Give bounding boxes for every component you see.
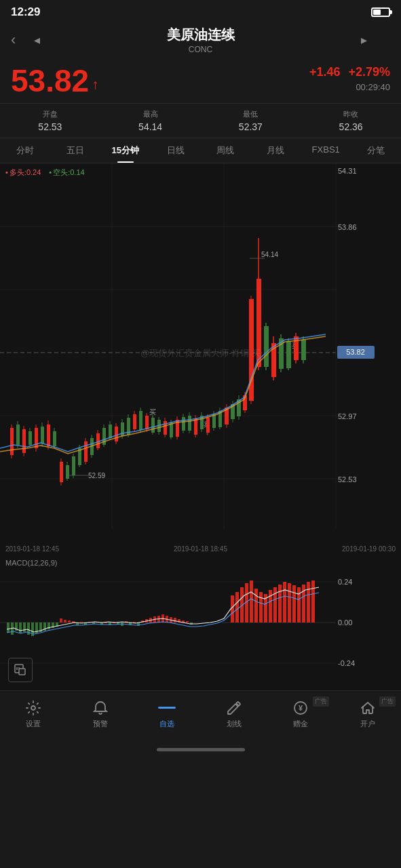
stat-high: 最高 54.14 xyxy=(100,109,201,132)
bottom-nav: 设置 预警 自选 划线 广告 xyxy=(0,690,401,745)
svg-rect-140 xyxy=(60,618,62,623)
chart-container[interactable]: 多头:0.24 空头:0.14 @现货外汇贵金属大师-肖铜 买 xyxy=(0,163,401,690)
yen-icon: ¥ xyxy=(292,699,309,717)
long-label: 多头:0.24 xyxy=(5,167,41,178)
macd-label: MACD(12,26,9) xyxy=(5,559,57,567)
svg-rect-174 xyxy=(235,592,239,623)
tab-weekly[interactable]: 周线 xyxy=(201,138,251,163)
instrument-code: CONC xyxy=(167,45,235,54)
svg-rect-168 xyxy=(174,618,176,623)
stat-open: 开盘 52.53 xyxy=(0,109,100,132)
svg-text:¥: ¥ xyxy=(299,704,303,712)
svg-rect-179 xyxy=(259,592,263,623)
bell-icon xyxy=(92,699,109,717)
short-label: 空头:0.14 xyxy=(49,167,84,178)
star-line-icon xyxy=(158,699,176,717)
svg-rect-127 xyxy=(7,623,9,633)
svg-rect-189 xyxy=(307,582,310,623)
svg-rect-190 xyxy=(311,580,315,623)
nav-bonus[interactable]: 广告 ¥ 赠金 xyxy=(267,696,335,732)
ad-badge-bonus: 广告 xyxy=(313,696,329,707)
nav-draw-label: 划线 xyxy=(227,719,242,729)
svg-rect-196 xyxy=(158,707,176,709)
nav-settings[interactable]: 设置 xyxy=(0,696,67,732)
price-section: 53.82 ↑ +1.46 +2.79% 00:29:40 xyxy=(0,60,401,103)
battery-icon xyxy=(371,7,390,17)
next-button[interactable]: ▸ xyxy=(361,33,367,47)
chart-labels-top: 多头:0.24 空头:0.14 xyxy=(5,167,85,178)
tab-fxbs1[interactable]: FXBS1 xyxy=(301,138,351,163)
svg-text:53.86: 53.86 xyxy=(338,223,357,231)
tab-daily[interactable]: 日线 xyxy=(151,138,201,163)
price-value: 53.82 xyxy=(11,65,89,96)
price-right: +1.46 +2.79% 00:29:40 xyxy=(309,65,390,92)
svg-rect-142 xyxy=(68,620,71,623)
pencil-icon xyxy=(225,699,243,717)
svg-text:52.97: 52.97 xyxy=(338,412,357,420)
chart-time-axis: 2019-01-18 12:45 2019-01-18 18:45 2019-0… xyxy=(0,543,401,555)
nav-alert[interactable]: 预警 xyxy=(67,696,134,732)
nav-watchlist[interactable]: 自选 xyxy=(134,696,201,732)
tab-fenbi[interactable]: 分笔 xyxy=(351,138,401,163)
tab-monthly[interactable]: 月线 xyxy=(250,138,301,163)
svg-text:54.14: 54.14 xyxy=(261,251,278,258)
stat-prev-close: 昨收 52.36 xyxy=(301,109,401,132)
svg-rect-178 xyxy=(254,589,258,623)
price-changes: +1.46 +2.79% xyxy=(309,65,390,79)
svg-text:52.53: 52.53 xyxy=(338,475,357,484)
svg-rect-130 xyxy=(19,623,22,633)
time-label-2: 2019-01-18 18:45 xyxy=(174,545,227,553)
instrument-name: 美原油连续 xyxy=(167,26,235,44)
svg-rect-184 xyxy=(283,582,286,623)
tab-fenshi[interactable]: 分时 xyxy=(0,138,50,163)
status-icons xyxy=(371,7,390,17)
stats-row: 开盘 52.53 最高 54.14 最低 52.37 昨收 52.36 xyxy=(0,103,401,138)
price-time: 00:29:40 xyxy=(309,82,390,92)
price-change-pct: +2.79% xyxy=(348,65,390,79)
stat-low: 最低 52.37 xyxy=(201,109,301,132)
time-label-1: 2019-01-18 12:45 xyxy=(5,545,59,553)
svg-rect-171 xyxy=(186,621,189,623)
svg-rect-186 xyxy=(292,585,296,623)
svg-rect-187 xyxy=(297,587,301,623)
macd-settings-icon[interactable] xyxy=(8,658,33,682)
candlestick-chart: 54.31 53.86 52.97 52.53 53.82 xyxy=(0,163,401,543)
chart-main: 多头:0.24 空头:0.14 @现货外汇贵金属大师-肖铜 买 xyxy=(0,163,401,543)
house-icon xyxy=(359,699,377,717)
prev-button[interactable]: ◂ xyxy=(34,33,40,47)
price-arrow: ↑ xyxy=(92,77,98,92)
time-label-3: 2019-01-19 00:30 xyxy=(342,545,396,553)
tab-wuri[interactable]: 五日 xyxy=(50,138,100,163)
svg-text:0.00: 0.00 xyxy=(338,618,352,627)
svg-rect-177 xyxy=(250,580,253,623)
svg-rect-192 xyxy=(19,669,25,675)
macd-chart: 0.24 0.00 -0.24 xyxy=(0,555,401,690)
tab-15min[interactable]: 15分钟 xyxy=(100,138,151,163)
svg-rect-181 xyxy=(269,590,272,623)
svg-text:0.24: 0.24 xyxy=(338,578,352,586)
status-time: 12:29 xyxy=(11,5,40,19)
price-change: +1.46 xyxy=(309,65,341,79)
home-indicator xyxy=(157,748,245,751)
svg-rect-145 xyxy=(80,622,83,623)
status-bar: 12:29 xyxy=(0,0,401,22)
svg-text:54.31: 54.31 xyxy=(338,167,357,175)
nav-alert-label: 预警 xyxy=(93,719,108,729)
svg-rect-141 xyxy=(64,620,66,623)
svg-text:53.82: 53.82 xyxy=(346,348,365,356)
back-button[interactable]: ‹ xyxy=(11,31,16,49)
nav-settings-label: 设置 xyxy=(26,719,41,729)
nav-open-account[interactable]: 广告 开户 xyxy=(335,696,402,732)
nav-watchlist-label: 自选 xyxy=(159,719,174,729)
gear-icon xyxy=(24,699,42,717)
price-main: 53.82 ↑ xyxy=(11,65,98,96)
svg-point-195 xyxy=(31,706,35,710)
svg-text:-0.24: -0.24 xyxy=(338,659,355,667)
svg-text:52.59: 52.59 xyxy=(88,472,105,479)
header: ‹ ◂ 美原油连续 CONC ▸ xyxy=(0,22,401,60)
nav-open-account-label: 开户 xyxy=(360,719,375,729)
svg-rect-183 xyxy=(278,585,282,623)
nav-draw[interactable]: 划线 xyxy=(201,696,268,732)
svg-rect-137 xyxy=(47,623,50,629)
header-title: 美原油连续 CONC xyxy=(167,26,235,54)
